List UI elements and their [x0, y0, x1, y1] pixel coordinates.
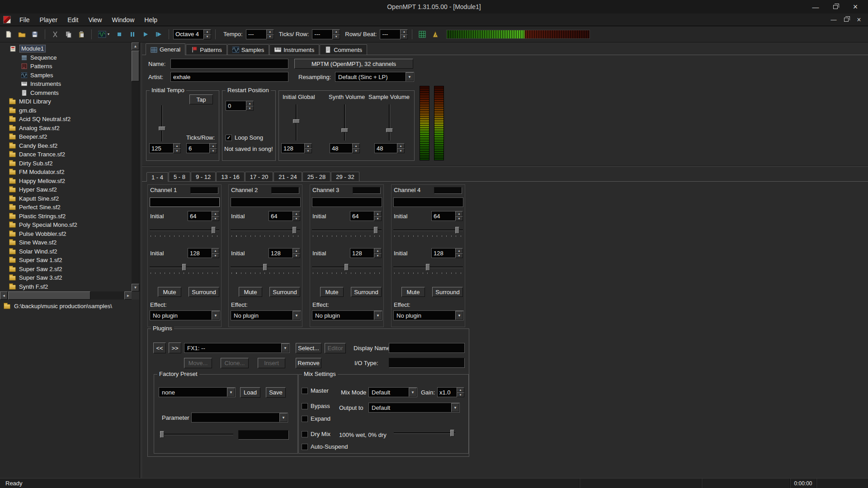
tab-samples[interactable]: Samples [227, 44, 269, 55]
channel-volume-spinner[interactable]: 64 ▲▼ [188, 211, 219, 221]
channel-volume-slider[interactable] [149, 226, 220, 234]
minimize-button[interactable]: — [806, 0, 826, 14]
mute-button[interactable]: Mute [401, 287, 425, 297]
tree-item-folder[interactable]: Candy Bee.sf2 [0, 141, 132, 150]
tree-item-folder[interactable]: Dance Trance.sf2 [0, 150, 132, 159]
dropdown-arrow[interactable]: ▼ [451, 403, 459, 412]
pattern-edit-button[interactable] [416, 28, 428, 40]
spinner-up-button[interactable]: ▲ [173, 143, 181, 148]
checkbox-box[interactable] [302, 416, 308, 422]
tree-item-folder[interactable]: Pulse Wobbler.sf2 [0, 230, 132, 239]
select-plugin-button[interactable]: Select... [296, 343, 321, 353]
next-plugin-button[interactable]: >> [169, 343, 181, 353]
channel-effect-dropdown[interactable]: No plugin ▼ [231, 310, 301, 320]
tempo-value-spinner[interactable]: 125 ▲▼ [149, 143, 181, 153]
mdi-minimize-button[interactable]: — [828, 15, 839, 24]
preset-dropdown[interactable]: none ▼ [159, 387, 236, 397]
play-button[interactable] [140, 28, 151, 40]
stop-button[interactable] [113, 28, 125, 40]
slider-thumb[interactable] [182, 264, 186, 271]
slider-thumb[interactable] [386, 128, 393, 132]
tree-item-folder[interactable]: Kaputt Sine.sf2 [0, 194, 132, 203]
tree-vertical-scrollbar[interactable]: ▲ ▼ [132, 42, 139, 291]
save-button[interactable] [29, 28, 41, 40]
spinner-down-button[interactable]: ▼ [397, 148, 405, 153]
output-dropdown[interactable]: Default ▼ [368, 403, 460, 413]
spinner-up-button[interactable]: ▲ [457, 387, 464, 392]
channel-effect-dropdown[interactable]: No plugin ▼ [150, 310, 220, 320]
menu-item[interactable]: File [14, 14, 35, 26]
resampling-dropdown[interactable]: Default (Sinc + LP) ▼ [335, 72, 414, 82]
channel-volume-slider[interactable] [230, 226, 301, 234]
channel-name-input[interactable] [150, 197, 220, 207]
channel-name-input[interactable] [393, 197, 463, 207]
tree-item-samples[interactable]: Samples [0, 71, 132, 80]
global-volume-slider[interactable] [292, 103, 300, 141]
synth-volume-slider[interactable] [341, 103, 349, 141]
spinner-up-button[interactable]: ▲ [212, 211, 219, 216]
restart-position-spinner[interactable]: 0 ▲▼ [226, 101, 254, 111]
plugin-slot-dropdown[interactable]: FX1: -- ▼ [184, 343, 290, 353]
slider-thumb[interactable] [450, 430, 454, 436]
spinner-down-button[interactable]: ▼ [374, 216, 382, 221]
channel-pan-slider[interactable] [392, 263, 464, 271]
spinner-up-button[interactable]: ▲ [246, 101, 254, 106]
tree-item-folder[interactable]: Synth F.sf2 [0, 282, 132, 291]
audio-settings-button[interactable]: ▼ [96, 28, 112, 40]
close-button[interactable]: × [845, 0, 865, 14]
slider-thumb[interactable] [160, 431, 164, 438]
remove-plugin-button[interactable]: Remove [296, 358, 321, 368]
channel-volume-spinner[interactable]: 64 ▲▼ [269, 211, 300, 221]
parameter-slider[interactable] [159, 431, 234, 438]
spinner-down-button[interactable]: ▼ [332, 34, 340, 39]
play-from-start-button[interactable] [153, 28, 165, 40]
scroll-left-button[interactable]: ◄ [0, 291, 8, 300]
tree-item-folder[interactable]: Super Saw 2.sf2 [0, 265, 132, 274]
spinner-down-button[interactable]: ▼ [455, 253, 463, 258]
dropdown-arrow[interactable]: ▼ [455, 311, 463, 320]
spinner-down-button[interactable]: ▼ [374, 253, 382, 258]
tap-tempo-button[interactable]: Tap [189, 94, 213, 104]
channel-pan-spinner[interactable]: 128 ▲▼ [431, 248, 463, 258]
checkbox-box[interactable]: ✓ [226, 135, 232, 141]
surround-button[interactable]: Surround [432, 287, 463, 297]
scroll-right-button[interactable]: ► [124, 291, 132, 300]
mdi-close-button[interactable]: × [854, 15, 864, 24]
tree-item-folder[interactable]: Solar Wind.sf2 [0, 247, 132, 256]
spinner-up-button[interactable]: ▲ [212, 248, 219, 253]
tree-item-folder[interactable]: MIDI Library [0, 97, 132, 106]
master-checkbox[interactable]: Master [302, 387, 329, 394]
checkbox-box[interactable] [302, 403, 308, 409]
tab-patterns[interactable]: Patterns [186, 44, 226, 55]
spinner-down-button[interactable]: ▼ [173, 148, 181, 153]
spinner-down-button[interactable]: ▼ [203, 34, 211, 39]
metronome-button[interactable] [429, 28, 441, 40]
surround-button[interactable]: Surround [189, 287, 219, 297]
channel-name-input[interactable] [312, 197, 382, 207]
tree-item-patterns[interactable]: Patterns [0, 62, 132, 71]
spinner-up-button[interactable]: ▲ [352, 143, 360, 148]
dropdown-arrow[interactable]: ▼ [227, 388, 235, 397]
spinner-up-button[interactable]: ▲ [397, 143, 405, 148]
open-button[interactable] [16, 28, 28, 40]
channel-volume-spinner[interactable]: 64 ▲▼ [350, 211, 382, 221]
dropdown-arrow[interactable]: ▼ [212, 311, 220, 320]
mute-button[interactable]: Mute [158, 287, 181, 297]
spinner-up-button[interactable]: ▲ [332, 29, 340, 34]
mute-button[interactable]: Mute [320, 287, 344, 297]
tempo-slider[interactable] [158, 104, 166, 142]
spinner-up-button[interactable]: ▲ [374, 211, 382, 216]
rows-beat-spinner[interactable]: --- ▲▼ [380, 29, 408, 39]
spinner-up-button[interactable]: ▲ [455, 248, 463, 253]
pause-button[interactable] [127, 28, 138, 40]
tree-item-folder[interactable]: Poly Special Mono.sf2 [0, 221, 132, 230]
slider-thumb[interactable] [159, 127, 165, 131]
tree-horizontal-scrollbar[interactable]: ◄ ► [0, 291, 132, 300]
gain-spinner[interactable]: x1.0 ▲▼ [437, 387, 464, 397]
load-preset-button[interactable]: Load [240, 387, 260, 398]
tempo-spinner[interactable]: --- ▲▼ [246, 29, 274, 39]
channel-volume-slider[interactable] [392, 226, 464, 234]
song-name-input[interactable] [170, 59, 288, 69]
tree-item-folder[interactable]: FM Modulator.sf2 [0, 168, 132, 177]
spinner-down-button[interactable]: ▼ [212, 216, 219, 221]
